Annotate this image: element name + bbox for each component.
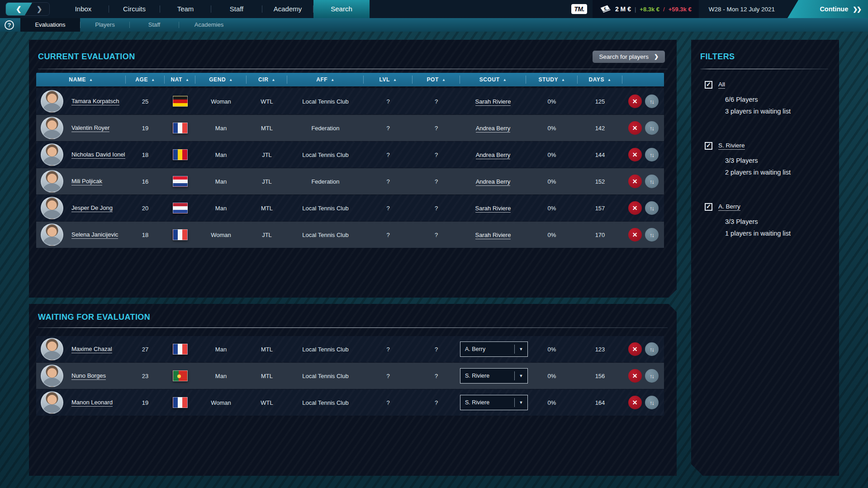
forward-arrow-icon: ❯ xyxy=(37,5,43,13)
back-button[interactable]: ❮ xyxy=(6,3,32,15)
column-header-aff[interactable]: AFF▲ xyxy=(287,73,364,86)
study-cell: 0% xyxy=(526,178,578,185)
scout-link[interactable]: Sarah Riviere xyxy=(475,232,511,239)
reorder-button[interactable]: ↑↓ xyxy=(645,121,659,135)
scout-link[interactable]: Andrea Berry xyxy=(476,178,511,186)
subtab-staff[interactable]: Staff xyxy=(130,18,179,32)
continue-button[interactable]: Continue ❯❯ xyxy=(787,0,868,18)
remove-button[interactable]: ✕ xyxy=(628,201,642,215)
scout-cell: Sarah Riviere xyxy=(460,205,526,212)
player-name-link[interactable]: Mili Poljicak xyxy=(71,178,102,185)
days-cell: 125 xyxy=(578,98,622,105)
reorder-button[interactable]: ↑↓ xyxy=(645,201,659,215)
player-name-link[interactable]: Valentin Royer xyxy=(71,124,109,132)
remove-button[interactable]: ✕ xyxy=(628,175,642,188)
subtab-academies[interactable]: Academies xyxy=(179,18,239,32)
player-name-link[interactable]: Tamara Korpatsch xyxy=(71,98,119,105)
player-name-link[interactable]: Selena Janicijevic xyxy=(71,231,118,239)
filter-label-s-riviere[interactable]: S. Riviere xyxy=(718,142,745,150)
reorder-button[interactable]: ↑↓ xyxy=(645,369,659,383)
table-row: Nuno Borges23ManMTLLocal Tennis Club??S.… xyxy=(36,363,664,389)
column-header-scout[interactable]: SCOUT▲ xyxy=(460,73,526,86)
nationality-cell xyxy=(165,123,195,133)
forward-button[interactable]: ❯ xyxy=(29,3,49,15)
potential-cell: ? xyxy=(413,152,460,158)
level-cell: ? xyxy=(364,178,413,185)
level-cell: ? xyxy=(364,399,413,406)
column-header-study[interactable]: STUDY▲ xyxy=(526,73,578,86)
subtab-players[interactable]: Players xyxy=(81,18,129,32)
reorder-button[interactable]: ↑↓ xyxy=(645,148,659,161)
study-cell: 0% xyxy=(526,205,578,212)
tab-inbox[interactable]: Inbox xyxy=(58,0,109,18)
scout-dropdown[interactable]: S. Riviere▼ xyxy=(460,395,528,410)
scout-link[interactable]: Andrea Berry xyxy=(476,125,511,133)
scout-dropdown[interactable]: S. Riviere▼ xyxy=(460,368,528,384)
level-cell: ? xyxy=(364,346,413,353)
nationality-cell xyxy=(165,203,195,213)
reorder-button[interactable]: ↑↓ xyxy=(645,342,659,356)
help-icon[interactable]: ? xyxy=(5,20,14,30)
scout-dropdown-value: A. Berry xyxy=(460,346,514,352)
remove-button[interactable]: ✕ xyxy=(628,121,642,135)
player-name-link[interactable]: Maxime Chazal xyxy=(71,346,112,353)
column-header-lvl[interactable]: LVL▲ xyxy=(364,73,413,86)
tab-academy[interactable]: Academy xyxy=(262,0,313,18)
filter-checkbox[interactable]: ✓ xyxy=(705,203,712,211)
top-bar: ❮ ❯ InboxCircuitsTeamStaffAcademySearch … xyxy=(0,0,868,18)
sort-ascending-icon: ▲ xyxy=(89,78,93,82)
filter-label-all[interactable]: All xyxy=(718,81,725,89)
player-name-link[interactable]: Jesper De Jong xyxy=(71,204,113,212)
remove-button[interactable]: ✕ xyxy=(628,95,642,108)
remove-button[interactable]: ✕ xyxy=(628,148,642,161)
filter-waiting-count: 3 players in waiting list xyxy=(725,108,839,115)
reorder-button[interactable]: ↑↓ xyxy=(645,95,659,108)
column-header-gend[interactable]: GEND▲ xyxy=(195,73,247,86)
column-header-age[interactable]: AGE▲ xyxy=(126,73,165,86)
scout-dropdown[interactable]: A. Berry▼ xyxy=(460,341,528,357)
remove-button[interactable]: ✕ xyxy=(628,342,642,356)
filter-players-count: 3/3 Players xyxy=(725,218,839,225)
player-name-link[interactable]: Manon Leonard xyxy=(71,399,113,407)
study-cell: 0% xyxy=(526,98,578,105)
filter-checkbox[interactable]: ✓ xyxy=(705,142,712,150)
column-header-days[interactable]: DAYS▲ xyxy=(578,73,622,86)
table-row: Manon Leonard19WomanWTLLocal Tennis Club… xyxy=(36,389,664,416)
filter-checkbox[interactable]: ✓ xyxy=(705,81,712,89)
tab-staff[interactable]: Staff xyxy=(211,0,262,18)
player-name-link[interactable]: Nicholas David Ionel xyxy=(71,151,125,159)
potential-cell: ? xyxy=(413,98,460,105)
column-header-name[interactable]: NAME▲ xyxy=(36,73,126,86)
column-label: CIR xyxy=(258,76,268,83)
top-bar-right: TM. € 2 M € | +8.3k € / +59.3k € W28 - M… xyxy=(571,0,868,18)
column-header-cir[interactable]: CIR▲ xyxy=(247,73,287,86)
remove-button[interactable]: ✕ xyxy=(628,369,642,383)
reorder-button[interactable]: ↑↓ xyxy=(645,396,659,409)
player-avatar xyxy=(41,143,63,166)
column-header-nat[interactable]: NAT▲ xyxy=(165,73,195,86)
nationality-cell xyxy=(165,96,195,107)
search-for-players-button[interactable]: Search for players ❯ xyxy=(593,51,665,63)
tab-team[interactable]: Team xyxy=(160,0,211,18)
money-expense: +59.3k € xyxy=(669,6,692,13)
remove-button[interactable]: ✕ xyxy=(628,228,642,242)
player-name-link[interactable]: Nuno Borges xyxy=(71,372,106,380)
remove-button[interactable]: ✕ xyxy=(628,396,642,409)
age-cell: 19 xyxy=(126,125,165,132)
reorder-button[interactable]: ↑↓ xyxy=(645,228,659,242)
circuit-cell: JTL xyxy=(247,152,287,158)
affiliation-cell: Federation xyxy=(287,125,364,132)
reorder-button[interactable]: ↑↓ xyxy=(645,175,659,188)
column-header-pot[interactable]: POT▲ xyxy=(413,73,460,86)
waiting-evaluation-rows: Maxime Chazal27ManMTLLocal Tennis Club??… xyxy=(36,336,664,416)
subtab-evaluations[interactable]: Evaluations xyxy=(20,18,80,32)
tab-circuits[interactable]: Circuits xyxy=(109,0,160,18)
table-row: Valentin Royer19ManMTLFederation??Andrea… xyxy=(36,115,664,141)
scout-link[interactable]: Sarah Riviere xyxy=(475,98,511,106)
filter-label-a-berry[interactable]: A. Berry xyxy=(718,203,740,211)
scout-link[interactable]: Andrea Berry xyxy=(476,152,511,159)
scout-link[interactable]: Sarah Riviere xyxy=(475,205,511,213)
tab-search[interactable]: Search xyxy=(313,0,370,18)
actions-cell: ✕↑↓ xyxy=(622,342,664,356)
days-cell: 157 xyxy=(578,205,622,212)
